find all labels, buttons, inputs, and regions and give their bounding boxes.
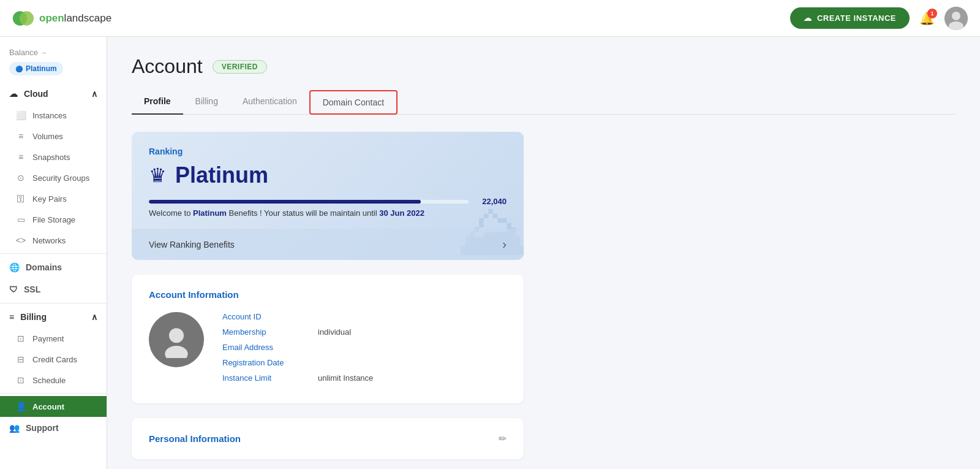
sidebar-platinum-badge: 🔵 Platinum	[9, 62, 63, 75]
sidebar-item-credit-cards[interactable]: ⊟ Credit Cards	[0, 349, 107, 370]
svg-point-3	[952, 12, 960, 20]
volumes-icon: ≡	[15, 131, 26, 141]
edit-icon: ✏	[499, 433, 507, 444]
chevron-up-icon: ∧	[91, 89, 97, 99]
cloud-icon: ☁	[804, 13, 812, 23]
svg-point-1	[20, 11, 34, 25]
tab-authentication[interactable]: Authentication	[230, 90, 309, 115]
view-ranking-benefits-button[interactable]: View Ranking Benefits ›	[132, 229, 524, 260]
content-area: Account VERIFIED Profile Billing Authent…	[107, 37, 980, 469]
info-row-email: Email Address	[222, 343, 507, 352]
ranking-progress-value: 22,040	[476, 197, 507, 206]
tab-domain-contact[interactable]: Domain Contact	[309, 90, 398, 115]
account-information-title: Account Information	[149, 289, 507, 300]
sidebar: Balance → 🔵 Platinum ☁ Cloud ∧ ⬜ Instanc…	[0, 37, 107, 469]
page-title: Account	[132, 55, 203, 78]
billing-section-header[interactable]: ≡ Billing ∧	[0, 306, 107, 328]
sidebar-item-key-pairs[interactable]: ⚿ Key Pairs	[0, 188, 107, 209]
security-groups-icon: ⊙	[15, 173, 26, 183]
ranking-tier: ♛ Platinum	[149, 162, 507, 188]
sidebar-item-file-storage[interactable]: ▭ File Storage	[0, 209, 107, 230]
sidebar-item-account[interactable]: 👤 Account	[0, 396, 107, 417]
tab-profile[interactable]: Profile	[132, 90, 183, 115]
payment-icon: ⊡	[15, 334, 26, 343]
networks-icon: <>	[15, 235, 26, 245]
crown-icon: ♛	[149, 164, 167, 187]
ranking-tier-name: Platinum	[175, 162, 268, 188]
credit-cards-icon: ⊟	[15, 354, 26, 364]
cloud-section: ☁ Cloud ∧ ⬜ Instances ≡ Volumes ≡ Snapsh…	[0, 83, 107, 251]
ranking-progress-row: 22,040	[149, 197, 507, 206]
ranking-description: Welcome to Platinum Benefits ! Your stat…	[149, 208, 507, 229]
page-header: Account VERIFIED	[132, 55, 956, 78]
domains-icon: 🌐	[9, 262, 20, 272]
schedule-icon: ⊡	[15, 375, 26, 385]
file-storage-icon: ▭	[15, 215, 26, 224]
create-instance-button[interactable]: ☁ CREATE INSTANCE	[790, 7, 910, 29]
divider-1	[0, 253, 107, 254]
sidebar-item-instances[interactable]: ⬜ Instances	[0, 105, 107, 126]
sidebar-balance[interactable]: Balance →	[0, 37, 107, 62]
ranking-card: Ranking ♛ Platinum 22,040 Welcome to Pla…	[132, 132, 524, 260]
divider-3	[0, 393, 107, 394]
ranking-footer-chevron: ›	[502, 237, 507, 251]
svg-point-6	[169, 328, 184, 343]
personal-card-header: Personal Information ✏	[149, 433, 507, 444]
account-icon: 👤	[15, 402, 26, 411]
main-layout: Balance → 🔵 Platinum ☁ Cloud ∧ ⬜ Instanc…	[0, 37, 980, 469]
ranking-card-inner: Ranking ♛ Platinum 22,040 Welcome to Pla…	[132, 132, 524, 229]
divider-2	[0, 303, 107, 303]
topbar-right: ☁ CREATE INSTANCE 🔔 1	[790, 7, 968, 30]
account-avatar	[149, 312, 204, 367]
logo-icon	[12, 7, 34, 29]
sidebar-item-networks[interactable]: <> Networks	[0, 230, 107, 251]
billing-section: ≡ Billing ∧ ⊡ Payment ⊟ Credit Cards ⊡ S…	[0, 306, 107, 391]
info-row-membership: Membership individual	[222, 327, 507, 337]
verified-badge: VERIFIED	[213, 60, 267, 74]
sidebar-item-security-groups[interactable]: ⊙ Security Groups	[0, 167, 107, 188]
info-row-instance-limit: Instance Limit unlimit Instance	[222, 373, 507, 383]
info-row-account-id: Account ID	[222, 312, 507, 321]
tab-billing[interactable]: Billing	[183, 90, 230, 115]
sidebar-item-schedule[interactable]: ⊡ Schedule	[0, 370, 107, 391]
ranking-progress-bar-bg	[149, 200, 469, 204]
cloud-section-header[interactable]: ☁ Cloud ∧	[0, 83, 107, 105]
topbar: openlandscape ☁ CREATE INSTANCE 🔔 1	[0, 0, 980, 37]
account-info-table: Account ID Membership individual Email A…	[222, 312, 507, 389]
chevron-up-icon-billing: ∧	[91, 312, 97, 322]
instances-icon: ⬜	[15, 110, 26, 120]
logo-text: openlandscape	[39, 12, 111, 25]
avatar-image	[944, 7, 968, 30]
billing-nav-icon: ≡	[9, 312, 14, 322]
sidebar-item-payment[interactable]: ⊡ Payment	[0, 328, 107, 349]
edit-personal-info-button[interactable]: ✏	[499, 433, 507, 444]
key-pairs-icon: ⚿	[15, 194, 26, 204]
notification-badge: 1	[927, 9, 937, 18]
personal-information-title: Personal Information	[149, 433, 241, 444]
notifications-button[interactable]: 🔔 1	[919, 11, 935, 26]
sidebar-item-support[interactable]: 👥 Support	[0, 417, 107, 439]
account-information-card: Account Information Account ID Memb	[132, 275, 524, 403]
sidebar-item-domains[interactable]: 🌐 Domains	[0, 256, 107, 278]
personal-information-card: Personal Information ✏	[132, 418, 524, 459]
info-row-registration-date: Registration Date	[222, 358, 507, 367]
ssl-icon: 🛡	[9, 284, 18, 294]
user-avatar-button[interactable]	[944, 7, 968, 30]
cloud-nav-icon: ☁	[9, 89, 18, 99]
support-icon: 👥	[9, 423, 20, 433]
sidebar-item-snapshots[interactable]: ≡ Snapshots	[0, 147, 107, 167]
ranking-progress-bar-fill	[149, 200, 421, 204]
sidebar-item-volumes[interactable]: ≡ Volumes	[0, 126, 107, 147]
tabs: Profile Billing Authentication Domain Co…	[132, 90, 956, 115]
account-info-layout: Account ID Membership individual Email A…	[149, 312, 507, 389]
snapshots-icon: ≡	[15, 152, 26, 162]
ranking-label: Ranking	[149, 147, 507, 156]
sidebar-item-ssl[interactable]: 🛡 SSL	[0, 278, 107, 300]
logo: openlandscape	[12, 7, 111, 29]
avatar-svg	[158, 321, 195, 358]
